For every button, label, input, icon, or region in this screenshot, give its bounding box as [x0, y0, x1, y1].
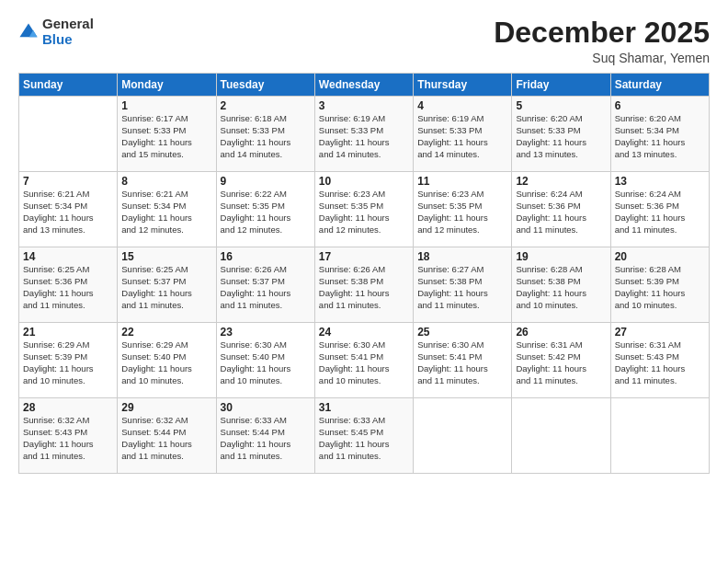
- day-number: 5: [516, 99, 606, 112]
- calendar-cell: 17Sunrise: 6:26 AMSunset: 5:38 PMDayligh…: [314, 247, 413, 323]
- day-number: 7: [23, 175, 113, 188]
- calendar-cell: 18Sunrise: 6:27 AMSunset: 5:38 PMDayligh…: [414, 247, 512, 323]
- calendar-cell: 7Sunrise: 6:21 AMSunset: 5:34 PMDaylight…: [19, 172, 118, 247]
- day-info: Sunrise: 6:32 AMSunset: 5:43 PMDaylight:…: [23, 415, 113, 462]
- day-info: Sunrise: 6:33 AMSunset: 5:44 PMDaylight:…: [221, 415, 311, 462]
- header: General Blue December 2025 Suq Shamar, Y…: [18, 17, 710, 65]
- calendar-table: SundayMondayTuesdayWednesdayThursdayFrid…: [18, 73, 710, 474]
- day-number: 27: [615, 326, 705, 339]
- day-number: 9: [221, 175, 311, 188]
- weekday-header-sunday: Sunday: [19, 74, 118, 97]
- day-info: Sunrise: 6:21 AMSunset: 5:34 PMDaylight:…: [121, 189, 211, 236]
- day-number: 10: [319, 175, 409, 188]
- day-number: 12: [516, 175, 606, 188]
- day-number: 6: [615, 99, 705, 112]
- day-info: Sunrise: 6:33 AMSunset: 5:45 PMDaylight:…: [319, 415, 409, 462]
- calendar-cell: 12Sunrise: 6:24 AMSunset: 5:36 PMDayligh…: [512, 172, 610, 247]
- logo: General Blue: [18, 17, 94, 47]
- day-info: Sunrise: 6:19 AMSunset: 5:33 PMDaylight:…: [417, 113, 507, 160]
- day-info: Sunrise: 6:20 AMSunset: 5:34 PMDaylight:…: [615, 113, 705, 160]
- month-title: December 2025: [494, 17, 710, 49]
- day-info: Sunrise: 6:18 AMSunset: 5:33 PMDaylight:…: [221, 113, 311, 160]
- calendar-cell: 2Sunrise: 6:18 AMSunset: 5:33 PMDaylight…: [216, 97, 314, 172]
- day-info: Sunrise: 6:21 AMSunset: 5:34 PMDaylight:…: [23, 189, 113, 236]
- weekday-header-thursday: Thursday: [414, 74, 512, 97]
- day-info: Sunrise: 6:24 AMSunset: 5:36 PMDaylight:…: [615, 189, 705, 236]
- day-info: Sunrise: 6:25 AMSunset: 5:36 PMDaylight:…: [23, 264, 113, 311]
- day-number: 23: [221, 326, 311, 339]
- day-info: Sunrise: 6:31 AMSunset: 5:43 PMDaylight:…: [615, 339, 705, 386]
- calendar-week-5: 28Sunrise: 6:32 AMSunset: 5:43 PMDayligh…: [19, 398, 710, 474]
- weekday-header-row: SundayMondayTuesdayWednesdayThursdayFrid…: [19, 74, 710, 97]
- day-number: 25: [417, 326, 507, 339]
- day-info: Sunrise: 6:24 AMSunset: 5:36 PMDaylight:…: [516, 189, 606, 236]
- calendar-cell: 29Sunrise: 6:32 AMSunset: 5:44 PMDayligh…: [118, 398, 216, 474]
- day-number: 22: [121, 326, 211, 339]
- day-number: 3: [319, 99, 409, 112]
- calendar-week-1: 1Sunrise: 6:17 AMSunset: 5:33 PMDaylight…: [19, 97, 710, 172]
- day-number: 29: [121, 401, 211, 414]
- calendar-cell: 23Sunrise: 6:30 AMSunset: 5:40 PMDayligh…: [216, 323, 314, 398]
- day-info: Sunrise: 6:29 AMSunset: 5:40 PMDaylight:…: [121, 339, 211, 386]
- day-info: Sunrise: 6:28 AMSunset: 5:39 PMDaylight:…: [615, 264, 705, 311]
- day-number: 2: [221, 99, 311, 112]
- day-number: 15: [121, 250, 211, 263]
- day-info: Sunrise: 6:29 AMSunset: 5:39 PMDaylight:…: [23, 339, 113, 386]
- day-number: 28: [23, 401, 113, 414]
- day-number: 17: [319, 250, 409, 263]
- calendar-cell: 28Sunrise: 6:32 AMSunset: 5:43 PMDayligh…: [19, 398, 118, 474]
- calendar-week-2: 7Sunrise: 6:21 AMSunset: 5:34 PMDaylight…: [19, 172, 710, 247]
- calendar-cell: 21Sunrise: 6:29 AMSunset: 5:39 PMDayligh…: [19, 323, 118, 398]
- day-number: 31: [319, 401, 409, 414]
- calendar-cell: 31Sunrise: 6:33 AMSunset: 5:45 PMDayligh…: [314, 398, 413, 474]
- day-number: 4: [417, 99, 507, 112]
- day-info: Sunrise: 6:19 AMSunset: 5:33 PMDaylight:…: [319, 113, 409, 160]
- logo-general-text: General: [42, 17, 94, 32]
- day-info: Sunrise: 6:17 AMSunset: 5:33 PMDaylight:…: [121, 113, 211, 160]
- day-info: Sunrise: 6:27 AMSunset: 5:38 PMDaylight:…: [417, 264, 507, 311]
- calendar-cell: [19, 97, 118, 172]
- day-info: Sunrise: 6:25 AMSunset: 5:37 PMDaylight:…: [121, 264, 211, 311]
- calendar-week-3: 14Sunrise: 6:25 AMSunset: 5:36 PMDayligh…: [19, 247, 710, 323]
- calendar-cell: 10Sunrise: 6:23 AMSunset: 5:35 PMDayligh…: [314, 172, 413, 247]
- day-info: Sunrise: 6:23 AMSunset: 5:35 PMDaylight:…: [319, 189, 409, 236]
- calendar-cell: 4Sunrise: 6:19 AMSunset: 5:33 PMDaylight…: [414, 97, 512, 172]
- calendar-cell: 27Sunrise: 6:31 AMSunset: 5:43 PMDayligh…: [610, 323, 709, 398]
- day-info: Sunrise: 6:32 AMSunset: 5:44 PMDaylight:…: [121, 415, 211, 462]
- title-block: December 2025 Suq Shamar, Yemen: [494, 17, 710, 65]
- calendar-cell: 13Sunrise: 6:24 AMSunset: 5:36 PMDayligh…: [610, 172, 709, 247]
- day-number: 19: [516, 250, 606, 263]
- weekday-header-saturday: Saturday: [610, 74, 709, 97]
- day-info: Sunrise: 6:20 AMSunset: 5:33 PMDaylight:…: [516, 113, 606, 160]
- day-info: Sunrise: 6:30 AMSunset: 5:40 PMDaylight:…: [221, 339, 311, 386]
- calendar-cell: 5Sunrise: 6:20 AMSunset: 5:33 PMDaylight…: [512, 97, 610, 172]
- calendar-cell: 24Sunrise: 6:30 AMSunset: 5:41 PMDayligh…: [314, 323, 413, 398]
- calendar-cell: 19Sunrise: 6:28 AMSunset: 5:38 PMDayligh…: [512, 247, 610, 323]
- calendar-cell: 26Sunrise: 6:31 AMSunset: 5:42 PMDayligh…: [512, 323, 610, 398]
- day-number: 8: [121, 175, 211, 188]
- calendar-cell: 6Sunrise: 6:20 AMSunset: 5:34 PMDaylight…: [610, 97, 709, 172]
- calendar-cell: 30Sunrise: 6:33 AMSunset: 5:44 PMDayligh…: [216, 398, 314, 474]
- calendar-cell: 14Sunrise: 6:25 AMSunset: 5:36 PMDayligh…: [19, 247, 118, 323]
- calendar-cell: [414, 398, 512, 474]
- weekday-header-monday: Monday: [118, 74, 216, 97]
- weekday-header-friday: Friday: [512, 74, 610, 97]
- day-info: Sunrise: 6:23 AMSunset: 5:35 PMDaylight:…: [417, 189, 507, 236]
- calendar-week-4: 21Sunrise: 6:29 AMSunset: 5:39 PMDayligh…: [19, 323, 710, 398]
- day-info: Sunrise: 6:22 AMSunset: 5:35 PMDaylight:…: [221, 189, 311, 236]
- day-info: Sunrise: 6:31 AMSunset: 5:42 PMDaylight:…: [516, 339, 606, 386]
- day-info: Sunrise: 6:30 AMSunset: 5:41 PMDaylight:…: [417, 339, 507, 386]
- calendar-cell: 25Sunrise: 6:30 AMSunset: 5:41 PMDayligh…: [414, 323, 512, 398]
- calendar-cell: 3Sunrise: 6:19 AMSunset: 5:33 PMDaylight…: [314, 97, 413, 172]
- location-subtitle: Suq Shamar, Yemen: [494, 51, 710, 65]
- logo-text: General Blue: [42, 17, 94, 47]
- calendar-cell: 8Sunrise: 6:21 AMSunset: 5:34 PMDaylight…: [118, 172, 216, 247]
- calendar-cell: [610, 398, 709, 474]
- day-number: 30: [221, 401, 311, 414]
- day-number: 24: [319, 326, 409, 339]
- day-info: Sunrise: 6:26 AMSunset: 5:38 PMDaylight:…: [319, 264, 409, 311]
- logo-icon: [18, 22, 39, 42]
- day-number: 20: [615, 250, 705, 263]
- calendar-cell: 20Sunrise: 6:28 AMSunset: 5:39 PMDayligh…: [610, 247, 709, 323]
- calendar-cell: 9Sunrise: 6:22 AMSunset: 5:35 PMDaylight…: [216, 172, 314, 247]
